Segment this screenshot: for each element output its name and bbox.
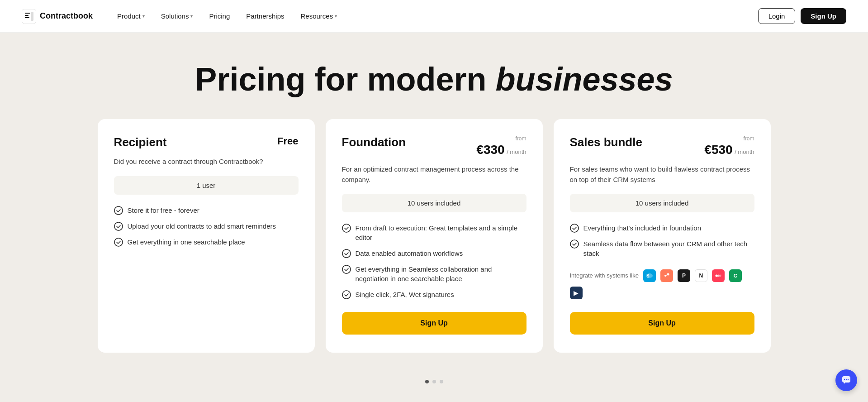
check-icon	[342, 224, 351, 233]
dot-3	[440, 380, 443, 383]
navbar: Contractbook Product ▾ Solutions ▾ Prici…	[0, 0, 868, 33]
feature-item: Get everything in Seamless collaboration…	[342, 264, 526, 283]
svg-text:S: S	[646, 273, 650, 278]
plan-desc-sales-bundle: For sales teams who want to build flawle…	[570, 164, 754, 185]
feature-item: Single click, 2FA, Wet signatures	[342, 290, 526, 299]
svg-point-13	[570, 240, 579, 248]
svg-point-8	[342, 224, 351, 232]
users-badge-recipient: 1 user	[114, 176, 299, 195]
plan-desc-foundation: For an optimized contract management pro…	[342, 164, 526, 185]
pricing-section: Recipient Free Did you receive a contrac…	[27, 119, 841, 380]
plan-card-sales-bundle: Sales bundle from €530 / month For sales…	[554, 119, 771, 353]
svg-point-10	[342, 265, 351, 273]
card-header-foundation: Foundation from €330 / month	[342, 135, 526, 157]
svg-rect-4	[31, 12, 33, 21]
logo[interactable]: Contractbook	[22, 9, 93, 24]
feature-list-recipient: Store it for free - forever Upload your …	[114, 206, 299, 335]
check-icon	[114, 222, 123, 231]
users-badge-foundation: 10 users included	[342, 194, 526, 212]
price-amount-sales-bundle: €530	[704, 143, 732, 157]
plan-price-area-foundation: from €330 / month	[476, 135, 526, 157]
price-period-foundation: / month	[507, 148, 526, 155]
chevron-down-icon: ▾	[335, 14, 337, 19]
logo-icon	[22, 9, 36, 24]
hubspot-icon	[660, 269, 673, 282]
plan-price-area-sales-bundle: from €530 / month	[704, 135, 754, 157]
signup-button-nav[interactable]: Sign Up	[801, 8, 846, 24]
monday-icon	[712, 269, 725, 282]
svg-point-24	[846, 379, 847, 380]
hero-section: Pricing for modern businesses	[0, 33, 868, 119]
nav-item-product[interactable]: Product ▾	[111, 9, 151, 24]
nav-right: Login Sign Up	[758, 8, 846, 24]
integrations-label: Integrate with systems like	[570, 272, 639, 280]
price-from-sales-bundle: from	[704, 135, 754, 142]
card-header-sales-bundle: Sales bundle from €530 / month	[570, 135, 754, 157]
feature-item: Store it for free - forever	[114, 206, 299, 215]
feature-item: From draft to execution: Great templates…	[342, 223, 526, 242]
login-button[interactable]: Login	[758, 8, 796, 24]
pipedrive-icon: P	[678, 269, 690, 282]
check-icon	[570, 224, 579, 233]
integration-icon-extra: ▶	[570, 287, 583, 299]
plan-card-recipient: Recipient Free Did you receive a contrac…	[98, 119, 315, 353]
check-icon	[342, 249, 351, 258]
svg-rect-0	[22, 9, 36, 24]
chevron-down-icon: ▾	[142, 14, 145, 19]
pagination-dots	[0, 380, 868, 392]
svg-point-6	[114, 222, 123, 230]
plan-name-foundation: Foundation	[342, 135, 406, 149]
chevron-down-icon: ▾	[190, 14, 193, 19]
svg-point-21	[719, 275, 721, 277]
feature-item: Get everything in one searchable place	[114, 237, 299, 247]
feature-list-foundation: From draft to execution: Great templates…	[342, 223, 526, 299]
google-sheets-icon: G	[729, 269, 742, 282]
signup-button-sales-bundle[interactable]: Sign Up	[570, 312, 754, 335]
plan-name-recipient: Recipient	[114, 135, 167, 149]
feature-list-sales-bundle: Everything that's included in foundation…	[570, 223, 754, 260]
svg-point-7	[114, 238, 123, 246]
users-badge-sales-bundle: 10 users included	[570, 194, 754, 212]
brand-name: Contractbook	[40, 11, 93, 21]
card-header-recipient: Recipient Free	[114, 135, 299, 149]
check-icon	[342, 265, 351, 274]
dot-1	[425, 380, 429, 383]
feature-item: Everything that's included in foundation	[570, 223, 754, 233]
check-icon	[342, 290, 351, 299]
nav-left: Contractbook Product ▾ Solutions ▾ Prici…	[22, 9, 343, 24]
notion-icon: N	[695, 269, 707, 282]
svg-point-5	[114, 206, 123, 215]
signup-button-foundation[interactable]: Sign Up	[342, 312, 526, 335]
dot-2	[432, 380, 436, 383]
check-icon	[570, 239, 579, 249]
svg-point-23	[844, 379, 845, 380]
nav-menu: Product ▾ Solutions ▾ Pricing Partnershi…	[111, 9, 343, 24]
nav-item-pricing[interactable]: Pricing	[203, 9, 236, 24]
price-period-sales-bundle: / month	[735, 148, 754, 155]
price-amount-foundation: €330	[476, 143, 504, 157]
svg-rect-2	[25, 15, 28, 16]
nav-item-resources[interactable]: Resources ▾	[294, 9, 344, 24]
feature-item: Upload your old contracts to add smart r…	[114, 221, 299, 231]
nav-item-partnerships[interactable]: Partnerships	[240, 9, 290, 24]
check-icon	[114, 206, 123, 215]
svg-rect-3	[25, 17, 29, 18]
chat-bubble-button[interactable]	[835, 369, 857, 391]
plan-desc-recipient: Did you receive a contract through Contr…	[114, 157, 299, 167]
feature-item: Seamless data flow between your CRM and …	[570, 239, 754, 258]
plan-name-sales-bundle: Sales bundle	[570, 135, 642, 149]
svg-point-9	[342, 249, 351, 258]
svg-rect-1	[25, 13, 30, 14]
price-from-foundation: from	[476, 135, 526, 142]
hero-title: Pricing for modern businesses	[18, 62, 850, 97]
feature-item: Data enabled automation workflows	[342, 249, 526, 258]
salesforce-icon: S	[643, 269, 656, 282]
check-icon	[114, 238, 123, 247]
svg-point-25	[848, 379, 849, 380]
nav-item-solutions[interactable]: Solutions ▾	[155, 9, 199, 24]
svg-point-11	[342, 291, 351, 299]
chat-icon	[841, 375, 851, 385]
integrations-row: Integrate with systems like S P N G ▶	[570, 269, 754, 299]
svg-point-12	[570, 224, 579, 232]
plan-card-foundation: Foundation from €330 / month For an opti…	[326, 119, 543, 353]
